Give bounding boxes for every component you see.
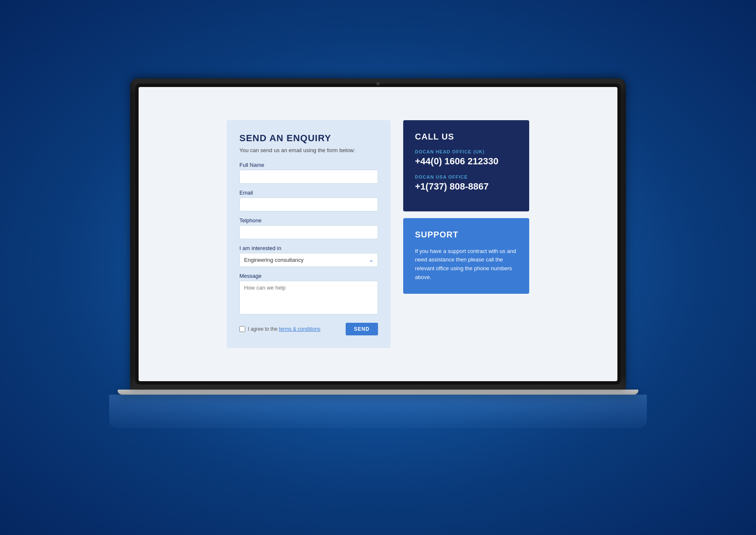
screen-bezel: SEND AN ENQUIRY You can send us an email… xyxy=(135,84,621,385)
support-panel: SUPPORT If you have a support contract w… xyxy=(403,218,529,294)
webcam xyxy=(376,82,380,85)
laptop-desk-reflection xyxy=(109,395,647,428)
usa-office-label: DOCAN USA OFFICE xyxy=(415,174,517,179)
interest-group: I am interested in Engineering consultan… xyxy=(239,245,378,267)
interest-label: I am interested in xyxy=(239,245,378,251)
right-panels: CALL US DOCAN HEAD OFFICE (UK) +44(0) 16… xyxy=(403,120,529,294)
form-footer: I agree to the terms & conditions SEND xyxy=(239,323,378,335)
screen-content: SEND AN ENQUIRY You can send us an email… xyxy=(139,87,617,381)
message-label: Message xyxy=(239,273,378,279)
call-us-title: CALL US xyxy=(415,132,517,142)
full-name-input[interactable] xyxy=(239,170,378,184)
interest-select[interactable]: Engineering consultancy Software solutio… xyxy=(239,253,378,267)
form-subtitle: You can send us an email using the form … xyxy=(239,147,378,153)
terms-prefix: I agree to the xyxy=(248,326,279,332)
terms-text: I agree to the terms & conditions xyxy=(248,326,320,332)
telephone-group: Telphone xyxy=(239,217,378,239)
page-inner: SEND AN ENQUIRY You can send us an email… xyxy=(139,87,617,381)
terms-checkbox[interactable] xyxy=(239,326,245,332)
terms-link[interactable]: terms & conditions xyxy=(279,326,320,332)
screen-lid: SEND AN ENQUIRY You can send us an email… xyxy=(130,79,626,390)
email-input[interactable] xyxy=(239,198,378,211)
form-title: SEND AN ENQUIRY xyxy=(239,133,378,144)
send-button[interactable]: SEND xyxy=(346,323,378,335)
message-textarea[interactable] xyxy=(239,281,378,314)
telephone-input[interactable] xyxy=(239,225,378,239)
support-text: If you have a support contract with us a… xyxy=(415,247,517,282)
usa-phone-number: +1(737) 808-8867 xyxy=(415,181,517,192)
full-name-group: Full Name xyxy=(239,162,378,184)
uk-phone-number: +44(0) 1606 212330 xyxy=(415,156,517,167)
enquiry-form-card: SEND AN ENQUIRY You can send us an email… xyxy=(227,120,391,348)
terms-wrapper: I agree to the terms & conditions xyxy=(239,326,320,332)
interest-select-wrapper: Engineering consultancy Software solutio… xyxy=(239,253,378,267)
telephone-label: Telphone xyxy=(239,217,378,224)
message-group: Message xyxy=(239,273,378,316)
call-us-panel: CALL US DOCAN HEAD OFFICE (UK) +44(0) 16… xyxy=(403,120,529,211)
laptop-bottom-edge xyxy=(118,390,638,395)
support-title: SUPPORT xyxy=(415,230,517,240)
email-label: Email xyxy=(239,190,378,196)
email-group: Email xyxy=(239,190,378,211)
uk-office-label: DOCAN HEAD OFFICE (UK) xyxy=(415,149,517,154)
laptop-container: SEND AN ENQUIRY You can send us an email… xyxy=(109,79,647,457)
full-name-label: Full Name xyxy=(239,162,378,168)
content-wrapper: SEND AN ENQUIRY You can send us an email… xyxy=(227,120,529,348)
